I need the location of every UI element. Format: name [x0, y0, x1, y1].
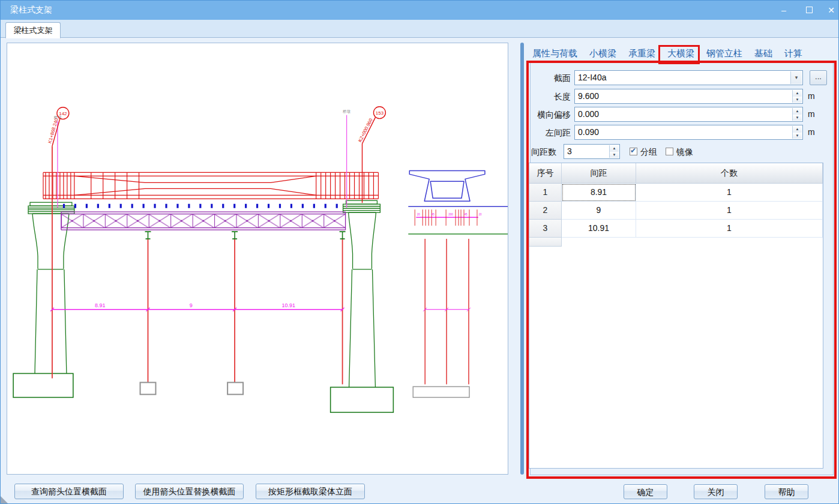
tab-properties-loads[interactable]: 属性与荷载: [532, 48, 577, 62]
left-gap-value: 0.090: [578, 127, 599, 137]
help-button[interactable]: 帮助: [765, 484, 808, 499]
tab-bearing-beam[interactable]: 承重梁: [628, 48, 655, 62]
query-arrow-section-button[interactable]: 查询箭头位置横截面: [14, 484, 124, 499]
spin-down-icon[interactable]: ▼: [793, 115, 802, 121]
group-checkbox-label: 分组: [640, 147, 657, 158]
section-combo[interactable]: 12-I40a ▾: [574, 70, 803, 85]
tab-small-beam[interactable]: 小横梁: [589, 48, 616, 62]
section-browse-button[interactable]: ...: [810, 70, 827, 85]
row-index: 2: [529, 202, 562, 220]
ok-button[interactable]: 确定: [624, 484, 667, 499]
mirror-checkbox-label: 镜像: [676, 147, 693, 158]
col-header-count: 个数: [636, 163, 823, 183]
gap-cell[interactable]: 9: [562, 202, 636, 220]
right-pier: [331, 200, 394, 412]
spin-down-icon[interactable]: ▼: [793, 97, 802, 103]
tab-calculation[interactable]: 计算: [784, 48, 802, 62]
col-header-index: 序号: [529, 163, 562, 183]
pipe-columns: [52, 146, 346, 395]
resize-grip[interactable]: [1, 496, 9, 504]
spacing-table: 序号 间距 个数 1 8.91 1 2 9 1 3 10.91 1: [529, 163, 823, 469]
combo-dropdown-icon[interactable]: ▾: [790, 71, 802, 84]
right-axis-label: 桥墩: [342, 109, 350, 114]
main-tab[interactable]: 梁柱式支架: [5, 22, 61, 38]
left-gap-spinner[interactable]: ▲▼: [792, 126, 802, 139]
spin-up-icon[interactable]: ▲: [610, 145, 619, 152]
spin-down-icon[interactable]: ▼: [793, 133, 802, 139]
mini-dim-3: 45: [465, 213, 468, 216]
tab-foundation[interactable]: 基础: [754, 48, 772, 62]
maximize-button[interactable]: [802, 4, 816, 16]
splitter-handle[interactable]: [520, 43, 524, 475]
left-gap-label: 左间距: [528, 128, 571, 139]
mini-section-view: 小横梁(3-I20a) 20 45 200 45 20 大横梁(12-I40a): [408, 170, 508, 397]
tab-big-beam[interactable]: 大横梁: [667, 48, 694, 62]
gap-cell[interactable]: 10.91: [562, 220, 636, 238]
gap-cell[interactable]: 8.91: [562, 184, 636, 202]
close-button-footer[interactable]: 关闭: [694, 484, 738, 499]
count-cell[interactable]: 1: [636, 184, 823, 202]
replace-section-button[interactable]: 使用箭头位置替换横截面: [135, 484, 244, 499]
spin-up-icon[interactable]: ▲: [793, 90, 802, 97]
dim-label-3: 10.91: [282, 302, 295, 308]
clip-elevation-button[interactable]: 按矩形框截取梁体立面: [256, 484, 365, 499]
mini-dim-2: 200: [448, 213, 453, 216]
offset-spinner[interactable]: ▲▼: [792, 108, 802, 121]
gap-count-spinner[interactable]: ▲▼: [609, 145, 619, 158]
mirror-checkbox[interactable]: [666, 148, 673, 155]
drawing-canvas[interactable]: 桥墩 桥墩 142 K1+868.240 153 K2+000.960 8.91: [7, 43, 508, 475]
length-label: 长度: [528, 92, 571, 103]
title-bar: 梁柱式支架 – ✕: [1, 1, 839, 20]
left-gap-unit: m: [808, 127, 815, 137]
section-value: 12-I40a: [578, 73, 606, 82]
mini-dim-4: 20: [478, 213, 481, 216]
col-header-gap: 间距: [562, 163, 636, 183]
offset-unit: m: [808, 109, 815, 119]
right-station-text: K2+000.960: [357, 117, 374, 143]
girder-elevation: [43, 172, 378, 199]
length-unit: m: [808, 91, 815, 101]
window-title: 梁柱式支架: [10, 5, 52, 16]
group-checkbox[interactable]: [630, 148, 637, 155]
table-row: 1 8.91 1: [529, 184, 823, 202]
count-cell[interactable]: 1: [636, 202, 823, 220]
minimize-button[interactable]: –: [777, 4, 790, 16]
gap-count-label: 间距数: [531, 147, 556, 158]
length-spinner[interactable]: ▲▼: [792, 90, 802, 103]
tab-strip: [1, 20, 839, 38]
tab-steel-pipe-column[interactable]: 钢管立柱: [706, 48, 742, 62]
left-gap-input[interactable]: 0.090 ▲▼: [574, 125, 803, 140]
offset-input[interactable]: 0.000 ▲▼: [574, 107, 803, 122]
right-bubble-number: 153: [376, 110, 384, 116]
length-input[interactable]: 9.600 ▲▼: [574, 89, 803, 104]
count-cell[interactable]: 1: [636, 220, 823, 238]
gap-count-value: 3: [567, 146, 572, 156]
offset-label: 横向偏移: [528, 110, 571, 121]
main-dimension: 8.91 9 10.91: [50, 302, 344, 311]
bridge-elevation-drawing: 桥墩 桥墩 142 K1+868.240 153 K2+000.960 8.91: [7, 43, 508, 474]
table-row: 2 9 1: [529, 202, 823, 220]
row-index: 3: [529, 220, 562, 238]
dim-label-1: 8.91: [95, 302, 105, 308]
dim-label-2: 9: [190, 302, 193, 308]
mini-dim-1: 45: [432, 213, 435, 216]
gap-count-input[interactable]: 3 ▲▼: [564, 144, 620, 159]
panel-tab-bar: 属性与荷载 小横梁 承重梁 大横梁 钢管立柱 基础 计算: [532, 48, 832, 62]
spin-down-icon[interactable]: ▼: [610, 152, 619, 158]
empty-row-header: [529, 238, 562, 247]
row-index: 1: [529, 184, 562, 202]
spin-up-icon[interactable]: ▲: [793, 126, 802, 133]
left-bubble-number: 142: [59, 111, 67, 116]
mini-dim-0: 20: [417, 213, 420, 216]
section-label: 截面: [528, 73, 571, 84]
close-button[interactable]: ✕: [825, 4, 838, 16]
length-value: 9.600: [578, 91, 599, 101]
left-pier: [13, 202, 74, 397]
truss-band: [61, 212, 346, 230]
table-header-row: 序号 间距 个数: [529, 163, 823, 184]
offset-value: 0.000: [578, 109, 599, 119]
table-row: 3 10.91 1: [529, 220, 823, 238]
maximize-icon: [806, 7, 813, 13]
dialog-window: 梁柱式支架 – ✕ 梁柱式支架: [0, 0, 839, 504]
spin-up-icon[interactable]: ▲: [793, 108, 802, 115]
